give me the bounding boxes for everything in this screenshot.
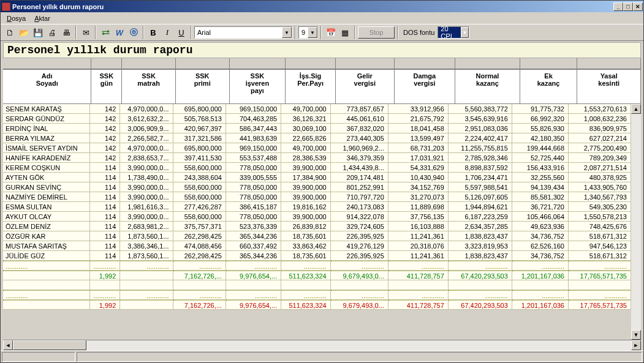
print-preview-icon[interactable]: 🖶: [59, 26, 73, 39]
table-row[interactable]: NAZMİYE DEMİREL1143,990,000,0...558,600,…: [3, 192, 631, 202]
table-cell: ............: [449, 290, 512, 300]
menu-aktar[interactable]: Aktar: [31, 14, 54, 23]
table-cell: 9,976,654,...: [226, 300, 281, 310]
column-header[interactable]: Yasalkesinti: [577, 70, 641, 104]
scroll-up-icon[interactable]: ▲: [631, 104, 641, 114]
open-icon[interactable]: 📂: [17, 26, 31, 39]
column-header[interactable]: Gelirvergisi: [336, 70, 395, 104]
table-cell: 10,430,940: [388, 173, 449, 182]
table-cell: 114: [90, 241, 120, 251]
table-cell: 1,340,567,793: [569, 192, 631, 202]
table-cell: 1,992: [90, 271, 120, 280]
grid-icon[interactable]: ▦: [338, 26, 352, 39]
table-row[interactable]: ERDİNÇ İNAL1423,006,909,9...420,967,3975…: [3, 124, 631, 133]
column-header[interactable]: SSKgün: [91, 70, 122, 104]
bold-button[interactable]: B: [146, 26, 160, 39]
new-icon[interactable]: 🗋: [3, 26, 17, 39]
vertical-scrollbar[interactable]: ▲ ▼: [631, 104, 641, 340]
table-cell: 39,900,000: [281, 163, 330, 173]
table-row[interactable]: BERRA YILMAZ1422,266,582,7...317,321,586…: [3, 133, 631, 143]
chevron-down-icon[interactable]: ▼: [461, 27, 469, 38]
column-header[interactable]: SSKişverenpayı: [230, 70, 286, 104]
column-header[interactable]: SSKmatrah: [122, 70, 176, 104]
filter-cell[interactable]: [176, 58, 230, 69]
column-header[interactable]: AdıSoyadı: [3, 70, 91, 104]
ie-icon[interactable]: ⓔ: [127, 26, 140, 39]
table-row[interactable]: AYKUT OLCAY1143,990,000,0...558,600,0007…: [3, 212, 631, 222]
table-cell: 339,005,555: [226, 173, 281, 182]
excel-icon[interactable]: ⮂: [99, 26, 112, 39]
column-header[interactable]: SSKprimi: [176, 70, 230, 104]
scroll-right-icon[interactable]: ►: [631, 340, 641, 350]
table-row[interactable]: 1,9927,162,726,...9,976,654,...511,623,3…: [3, 300, 631, 310]
table-cell: 17,384,900: [281, 173, 330, 182]
filter-cell[interactable]: [91, 58, 122, 69]
table-row[interactable]: SENEM KARATAŞ1424,970,000,0...695,800,00…: [3, 104, 631, 114]
scroll-track[interactable]: [13, 340, 631, 350]
app-icon: [2, 2, 10, 11]
print-icon[interactable]: 🖨: [45, 26, 59, 39]
table-cell: 523,376,339: [226, 222, 281, 231]
column-header[interactable]: Ekkazanç: [520, 70, 578, 104]
table-cell: 11,255,755,815: [449, 143, 512, 153]
maximize-button[interactable]: □: [623, 2, 633, 11]
filter-cell[interactable]: [230, 58, 286, 69]
filter-cell[interactable]: [122, 58, 176, 69]
word-icon[interactable]: W: [113, 26, 126, 39]
filter-cell[interactable]: [520, 58, 578, 69]
table-row[interactable]: ÖZLEM DENİZ1142,683,981,2...375,757,3715…: [3, 222, 631, 231]
filter-cell[interactable]: [455, 58, 520, 69]
table-row[interactable]: İSMAİL SERVET AYDIN1424,970,000,0...695,…: [3, 143, 631, 153]
mail-icon[interactable]: ✉: [79, 26, 93, 39]
close-button[interactable]: ✕: [633, 2, 643, 11]
chevron-down-icon[interactable]: ▼: [282, 27, 292, 38]
chevron-down-icon[interactable]: ▼: [308, 27, 317, 38]
table-row[interactable]: MUSTAFA SARITAŞ1143,386,346,1...474,088,…: [3, 241, 631, 251]
column-header[interactable]: İşs.SigPer.Payı: [286, 70, 336, 104]
table-cell: 773,857,657: [331, 104, 388, 114]
filter-cell[interactable]: [3, 58, 91, 69]
table-row[interactable]: HANİFE KARADENİZ1422,838,653,7...397,411…: [3, 153, 631, 163]
table-row[interactable]: JÜLİDE GÜZ1141,873,560,1...262,298,42536…: [3, 251, 631, 261]
filter-cell[interactable]: [336, 58, 395, 69]
filter-cell[interactable]: [286, 58, 336, 69]
calendar-icon[interactable]: 📅: [324, 26, 338, 39]
table-cell: 1,873,560,1...: [120, 251, 173, 261]
table-cell: ÖZGÜR KAR: [3, 231, 90, 241]
scroll-down-icon[interactable]: ▼: [631, 330, 641, 340]
column-header[interactable]: Damgavergisi: [395, 70, 456, 104]
table-cell: 2,951,083,036: [449, 124, 512, 133]
underline-button[interactable]: U: [175, 26, 188, 39]
minimize-button[interactable]: _: [613, 2, 623, 11]
table-row[interactable]: ESMA SULTAN1141,981,616,3...277,426,2873…: [3, 202, 631, 212]
save-icon[interactable]: 💾: [31, 26, 45, 39]
table-cell: ÖZLEM DENİZ: [3, 222, 90, 231]
scroll-thumb[interactable]: [13, 340, 86, 350]
table-row[interactable]: GURKAN SEVİNÇ1143,990,000,0...558,600,00…: [3, 182, 631, 192]
stop-button[interactable]: Stop: [358, 26, 395, 39]
column-header[interactable]: Normalkazanç: [455, 70, 520, 104]
filter-cell[interactable]: [577, 58, 641, 69]
table-cell: KEREM COŞKUN: [3, 163, 90, 173]
scroll-left-icon[interactable]: ◄: [3, 340, 13, 350]
menu-dosya[interactable]: Dosya: [3, 14, 29, 23]
table-row[interactable]: 1,9927,162,726,...9,976,654,...511,623,3…: [3, 271, 631, 280]
table-cell: ............: [173, 261, 226, 271]
table-row[interactable]: SERDAR GÜNDÜZ1423,612,632,2...505,768,51…: [3, 114, 631, 124]
filter-cell[interactable]: [395, 58, 456, 69]
table-row[interactable]: AYTEN GÖK1141,738,490,0...243,388,604339…: [3, 173, 631, 182]
table-cell: 18,735,601: [281, 231, 330, 241]
separator: [320, 26, 322, 39]
horizontal-scrollbar[interactable]: ◄ ►: [3, 340, 641, 350]
table-row[interactable]: KEREM COŞKUN1143,990,000,0...558,600,000…: [3, 163, 631, 173]
font-select[interactable]: Arial ▼: [194, 26, 292, 39]
table-cell: 52,725,440: [512, 153, 569, 163]
table-cell: 105,466,064: [512, 212, 569, 222]
italic-button[interactable]: I: [161, 26, 174, 39]
table-cell: 262,298,425: [173, 231, 226, 241]
cpi-select[interactable]: 20 CPI ▼: [438, 26, 469, 39]
table-row[interactable]: ÖZGÜR KAR1141,873,560,1...262,298,425365…: [3, 231, 631, 241]
table-cell: 3,990,000,0...: [120, 192, 173, 202]
table-cell: ............: [281, 290, 330, 300]
size-select[interactable]: 9 ▼: [298, 26, 318, 39]
